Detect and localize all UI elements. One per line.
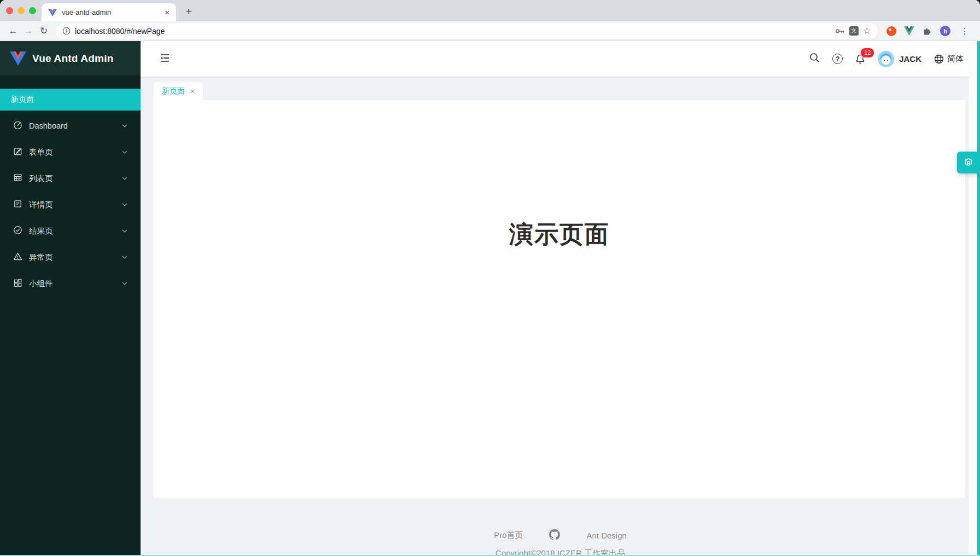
app-page: Vue Antd Admin 新页面 Dashboard 表单页 [0, 41, 980, 556]
window-controls [6, 7, 36, 14]
browser-toolbar: ← → ↻ localhost:8080/#/newPage 文 ☆ h ⋮ [0, 21, 980, 41]
minimize-window-button[interactable] [18, 7, 25, 14]
notifications[interactable]: 12 [855, 54, 865, 65]
app-header: ? 12 JACK 简体 [141, 41, 980, 77]
sidebar: Vue Antd Admin 新页面 Dashboard 表单页 [0, 41, 141, 556]
notification-badge: 12 [860, 48, 874, 58]
sidebar-item-label: 详情页 [29, 200, 53, 210]
dashboard-icon [13, 120, 22, 131]
extensions-puzzle-icon[interactable] [922, 26, 932, 36]
form-icon [13, 147, 22, 158]
sidebar-menu: 新页面 Dashboard 表单页 列表页 [0, 76, 141, 297]
browser-profile-avatar[interactable]: h [940, 26, 950, 36]
tab-close-icon[interactable]: × [165, 8, 170, 16]
search-icon[interactable] [809, 53, 820, 65]
page-tab-label: 新页面 [162, 86, 185, 96]
back-icon[interactable]: ← [5, 26, 21, 37]
chevron-down-icon [122, 256, 127, 259]
menu-fold-icon[interactable] [159, 52, 171, 66]
close-window-button[interactable] [6, 7, 13, 14]
chevron-down-icon [122, 150, 127, 154]
sidebar-item-dashboard[interactable]: Dashboard [0, 113, 141, 139]
new-tab-button[interactable]: + [180, 3, 197, 20]
forward-icon: → [21, 26, 36, 37]
header-actions: ? 12 JACK 简体 [809, 51, 964, 67]
browser-tabstrip: vue-antd-admin × + [0, 0, 980, 21]
brand-title: Vue Antd Admin [32, 53, 113, 65]
chevron-down-icon [122, 229, 127, 233]
brand[interactable]: Vue Antd Admin [0, 41, 141, 76]
tab-close-icon[interactable]: × [190, 88, 195, 95]
globe-icon [934, 54, 944, 64]
sidebar-item-label: 小组件 [29, 279, 53, 289]
url-text[interactable]: localhost:8080/#/newPage [75, 27, 831, 36]
browser-menu-icon[interactable]: ⋮ [958, 26, 971, 36]
reload-icon[interactable]: ↻ [36, 25, 51, 37]
table-icon [13, 173, 22, 184]
extensions-area: h ⋮ [883, 26, 975, 36]
user-menu[interactable]: JACK [878, 51, 921, 67]
page-tab-new-page[interactable]: 新页面 × [154, 82, 203, 100]
translate-icon[interactable]: 文 [849, 26, 859, 36]
sidebar-item-label: 异常页 [29, 252, 53, 263]
browser-tab-title: vue-antd-admin [62, 8, 160, 16]
sidebar-item-label: 表单页 [29, 147, 53, 158]
sidebar-item-label: 列表页 [29, 173, 53, 184]
footer-links: Pro首页 Ant Design [141, 529, 980, 542]
address-bar[interactable]: localhost:8080/#/newPage 文 ☆ [56, 24, 878, 39]
appstore-icon [13, 278, 22, 289]
chevron-down-icon [122, 177, 127, 181]
sidebar-item-new-page[interactable]: 新页面 [0, 89, 141, 111]
chevron-down-icon [122, 203, 127, 207]
gear-icon [963, 157, 974, 168]
page-tabs-bar: 新页面 × [141, 77, 980, 100]
browser-tab[interactable]: vue-antd-admin × [42, 3, 176, 21]
zoom-window-button[interactable] [29, 7, 36, 14]
chevron-down-icon [122, 124, 127, 128]
sidebar-item-lists[interactable]: 列表页 [0, 165, 141, 192]
password-key-icon[interactable] [835, 27, 845, 35]
sidebar-item-results[interactable]: 结果页 [0, 218, 141, 244]
warning-icon [13, 252, 22, 263]
sidebar-item-widgets[interactable]: 小组件 [0, 270, 141, 297]
sidebar-item-label: 新页面 [11, 95, 34, 105]
settings-button[interactable] [957, 152, 980, 173]
help-icon[interactable]: ? [832, 54, 843, 64]
chevron-down-icon [122, 282, 127, 286]
username: JACK [899, 54, 921, 63]
sidebar-item-exceptions[interactable]: 异常页 [0, 244, 141, 270]
footer-link-pro[interactable]: Pro首页 [494, 530, 523, 541]
language-switcher[interactable]: 简体 [934, 54, 964, 64]
settings-drawer-edge [977, 41, 980, 556]
vue-devtools-icon[interactable] [904, 26, 914, 36]
bookmark-star-icon[interactable]: ☆ [863, 25, 871, 37]
footer-link-antdesign[interactable]: Ant Design [586, 531, 626, 540]
main-area: ? 12 JACK 简体 新页面 [141, 41, 980, 556]
info-icon[interactable] [62, 27, 71, 35]
sidebar-item-label: Dashboard [29, 121, 68, 130]
sidebar-item-label: 结果页 [29, 226, 53, 236]
language-label: 简体 [947, 54, 964, 64]
sidebar-item-details[interactable]: 详情页 [0, 192, 141, 218]
vue-logo-icon [10, 51, 26, 66]
browser-window: vue-antd-admin × + ← → ↻ localhost:8080/… [0, 0, 980, 556]
check-circle-icon [13, 225, 22, 236]
vue-favicon-icon [48, 9, 57, 16]
github-icon[interactable] [549, 529, 560, 542]
profile-icon [13, 199, 22, 210]
avatar [878, 51, 894, 67]
sidebar-item-forms[interactable]: 表单页 [0, 139, 141, 165]
scrollbar-track[interactable] [969, 41, 977, 556]
extension-orange-icon[interactable] [886, 26, 896, 36]
page-title: 演示页面 [154, 218, 965, 251]
content-card: 演示页面 [154, 100, 965, 498]
